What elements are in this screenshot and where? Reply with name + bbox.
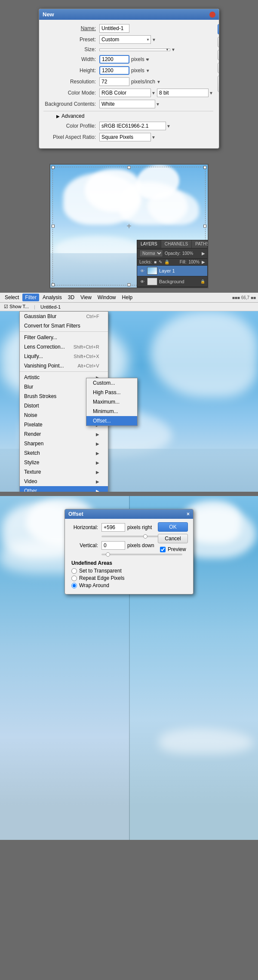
menu-select[interactable]: Select <box>2 294 22 301</box>
offset-cancel-button[interactable]: Cancel <box>158 534 188 543</box>
bg-contents-arrow: ▼ <box>156 102 160 107</box>
preview-checkbox[interactable] <box>160 547 166 552</box>
lock-position-icon[interactable]: 🔒 <box>164 260 169 264</box>
filter-item-vanishing[interactable]: Vanishing Point... Alt+Ctrl+V <box>20 361 108 371</box>
size-select[interactable] <box>99 49 170 51</box>
ok-button[interactable]: OK <box>218 24 219 34</box>
delete-preset-button[interactable]: Delete Preset... <box>218 63 219 73</box>
lock-transparent-icon[interactable]: ■ <box>154 260 157 264</box>
wrap-around-radio[interactable] <box>71 583 77 588</box>
color-mode-row: Color Mode: RGB Color ▼ 8 bit ▼ <box>43 89 213 97</box>
filter-item-render[interactable]: Render ▶ <box>20 429 108 439</box>
filter-item-texture[interactable]: Texture ▶ <box>20 467 108 477</box>
cancel-button[interactable]: Cancel <box>218 37 219 47</box>
menu-filter[interactable]: Filter <box>22 294 39 301</box>
lens-shortcut: Shift+Ctrl+R <box>74 344 99 349</box>
menu-window[interactable]: Window <box>95 294 119 301</box>
menu-help[interactable]: Help <box>120 294 135 301</box>
layers-tab-layers[interactable]: LAYERS <box>137 240 161 248</box>
layers-tab-paths[interactable]: PATHS <box>192 240 209 248</box>
new-dialog-body: Name: Preset: Custom ▼ Size: <box>39 20 219 148</box>
advanced-row[interactable]: ▶ Advanced <box>43 113 213 119</box>
filter-item-gallery[interactable]: Filter Gallery... <box>20 333 108 342</box>
bg-contents-select[interactable]: White <box>99 100 155 108</box>
submenu-offset[interactable]: Offset... <box>86 416 137 426</box>
blend-mode-select[interactable]: Normal <box>139 250 163 257</box>
set-transparent-label: Set to Transparent <box>79 568 122 574</box>
resolution-input[interactable] <box>99 77 129 86</box>
filter-item-sketch[interactable]: Sketch ▶ <box>20 448 108 458</box>
horizontal-input[interactable] <box>101 523 125 532</box>
close-icon[interactable] <box>209 12 215 18</box>
offset-section: Offset × Horizontal: pixels right Vertic… <box>0 496 258 840</box>
submenu-maximum[interactable]: Maximum... <box>86 397 137 407</box>
doc-name-item: Untitled-1 <box>39 304 62 310</box>
pixel-ratio-arrow: ▼ <box>151 135 156 140</box>
preset-select[interactable]: Custom <box>99 35 151 44</box>
menu-analysis[interactable]: Analysis <box>40 294 64 301</box>
height-label: Height: <box>43 67 99 74</box>
vertical-input[interactable] <box>101 541 125 550</box>
texture-arrow: ▶ <box>96 470 99 475</box>
pixel-ratio-row: Pixel Aspect Ratio: Square Pixels ▼ <box>43 133 213 141</box>
height-input[interactable] <box>99 66 129 75</box>
color-mode-select[interactable]: RGB Color <box>99 89 151 97</box>
layer-thumbnail-bg <box>147 278 157 285</box>
gaussian-shortcut: Ctrl+F <box>86 314 99 319</box>
liquify-label: Liquify... <box>24 353 43 359</box>
app-toolbar: ☑ Show T... | Untitled-1 <box>0 303 258 311</box>
name-label-text: Name: <box>81 25 96 31</box>
layer-visibility-icon-1[interactable]: 👁 <box>139 268 145 274</box>
size-select-wrapper <box>99 46 170 52</box>
repeat-edge-radio[interactable] <box>71 576 77 581</box>
submenu-high-pass[interactable]: High Pass... <box>86 388 137 397</box>
offset-button-col: OK Cancel Preview <box>158 522 188 552</box>
width-input[interactable] <box>99 55 129 64</box>
filter-item-other[interactable]: Other ▶ <box>20 486 108 492</box>
preset-label: Preset: <box>43 37 99 43</box>
filter-item-sharpen[interactable]: Sharpen ▶ <box>20 439 108 448</box>
opacity-value: 100% <box>182 251 194 256</box>
horizontal-slider-thumb[interactable] <box>143 534 147 539</box>
device-central-button[interactable]: Device Central... <box>218 76 219 92</box>
offset-close-icon[interactable]: × <box>187 511 190 517</box>
color-profile-label: Color Profile: <box>43 123 99 129</box>
offset-titlebar: Offset × <box>65 509 193 519</box>
layer-row-bg[interactable]: 👁 Background 🔒 <box>137 276 207 287</box>
submenu-custom[interactable]: Custom... <box>86 378 137 388</box>
bit-depth-select[interactable]: 8 bit <box>157 89 209 97</box>
offset-ok-button[interactable]: OK <box>158 522 188 532</box>
other-label: Other <box>24 488 37 492</box>
fill-label: Fill: <box>180 260 187 264</box>
filter-item-gaussian[interactable]: Gaussian Blur Ctrl+F <box>20 312 108 321</box>
pixel-ratio-select[interactable]: Square Pixels <box>99 133 151 141</box>
menu-view[interactable]: View <box>78 294 94 301</box>
preview-row: Preview <box>160 546 188 552</box>
layer-row-1[interactable]: 👁 Layer 1 <box>137 266 207 276</box>
menu-3d[interactable]: 3D <box>65 294 77 301</box>
lock-pixels-icon[interactable]: ✎ <box>159 260 162 264</box>
vertical-slider-thumb[interactable] <box>106 552 110 557</box>
render-label: Render <box>24 431 41 437</box>
toolbar-icons: ■■■ 66,7 ■■ <box>232 295 256 300</box>
cloud-canvas: + LAYERS CHANNELS PATHS ≡ Normal Opacity… <box>49 164 209 288</box>
show-t-item[interactable]: ☑ Show T... <box>2 303 31 310</box>
save-preset-button[interactable]: Save Preset... <box>218 50 219 60</box>
name-input[interactable] <box>99 24 129 33</box>
bit-depth-arrow: ▼ <box>209 91 213 95</box>
filter-item-smart[interactable]: Convert for Smart Filters <box>20 321 108 331</box>
filter-item-lens[interactable]: Lens Correction... Shift+Ctrl+R <box>20 342 108 352</box>
filter-item-video[interactable]: Video ▶ <box>20 477 108 486</box>
layer-name-1: Layer 1 <box>159 268 175 273</box>
color-mode-arrow: ▼ <box>151 91 156 95</box>
height-unit: pixels <box>131 67 144 74</box>
color-profile-select[interactable]: sRGB IEC61966-2.1 <box>99 122 166 130</box>
layers-tab-channels[interactable]: CHANNELS <box>161 240 192 248</box>
layer-visibility-icon-bg[interactable]: 👁 <box>139 279 145 285</box>
liquify-shortcut: Shift+Ctrl+X <box>74 354 99 359</box>
submenu-minimum[interactable]: Minimum... <box>86 407 137 416</box>
set-transparent-radio[interactable] <box>71 568 77 574</box>
filter-item-liquify[interactable]: Liquify... Shift+Ctrl+X <box>20 352 108 361</box>
color-mode-label: Color Mode: <box>43 90 99 96</box>
filter-item-stylize[interactable]: Stylize ▶ <box>20 458 108 467</box>
